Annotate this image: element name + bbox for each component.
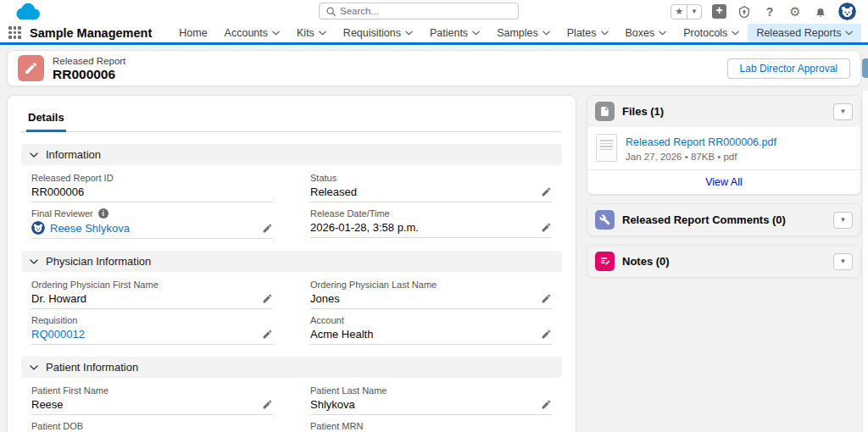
files-panel-title[interactable]: Files (1)	[622, 105, 664, 118]
edit-pencil-icon[interactable]	[541, 186, 552, 197]
field-ordering-physician-first-name: Ordering Physician First Name Dr. Howard	[31, 274, 273, 309]
chevron-down-icon	[732, 30, 739, 36]
comments-panel: Released Report Comments (0) ▼	[587, 203, 861, 236]
chevron-down-icon	[845, 30, 853, 36]
search-input[interactable]	[340, 6, 511, 16]
field-value: Shlykova	[310, 398, 355, 411]
record-header: Released Report RR000006 Lab Director Ap…	[7, 50, 861, 86]
chevron-down-icon	[272, 30, 280, 36]
app-navigation-bar: Sample Management Home Accounts Kits Req…	[0, 23, 868, 45]
edit-pencil-icon[interactable]	[541, 399, 552, 410]
edit-pencil-icon[interactable]	[262, 329, 273, 340]
help-icon[interactable]: ?	[762, 4, 777, 19]
requisition-link[interactable]: RQ000012	[31, 328, 85, 341]
file-icon	[595, 102, 615, 121]
edit-pencil-icon[interactable]	[262, 223, 273, 234]
field-patient-mrn: Patient MRN 171276378	[310, 415, 552, 432]
edit-pencil-icon[interactable]	[541, 222, 552, 233]
file-list-item[interactable]: Released Report RR000006.pdf Jan 27, 202…	[587, 127, 860, 170]
note-icon	[595, 252, 615, 271]
nav-tab-home[interactable]: Home	[170, 24, 215, 42]
field-value: Released	[310, 186, 357, 198]
notes-panel: Notes (0) ▼	[587, 245, 861, 278]
global-header: ★ ▼ + ? ⚙	[0, 0, 868, 23]
field-patient-first-name: Patient First Name Reese	[31, 379, 273, 415]
files-panel: Files (1) ▼ Released Report RR000006.pdf…	[587, 95, 861, 195]
salesforce-logo[interactable]	[12, 2, 42, 22]
favorites-star-icon[interactable]: ★	[671, 6, 687, 17]
nav-tab-released-reports[interactable]: Released Reports	[748, 24, 861, 42]
chevron-down-icon	[30, 152, 38, 158]
nav-tab-requisitions[interactable]: Requisitions	[335, 24, 421, 42]
files-dropdown-button[interactable]: ▼	[833, 103, 853, 120]
search-icon	[326, 7, 336, 16]
section-physician-information[interactable]: Physician Information	[21, 251, 562, 272]
patient-fields: Patient First Name Reese Patient Last Na…	[21, 378, 562, 432]
lab-director-approval-button[interactable]: Lab Director Approval	[727, 58, 850, 79]
favorites-button[interactable]: ★ ▼	[670, 4, 702, 19]
user-avatar[interactable]	[838, 3, 856, 20]
file-name-link[interactable]: Released Report RR000006.pdf	[626, 136, 776, 148]
app-launcher-icon[interactable]	[8, 26, 21, 39]
nav-tab-protocols[interactable]: Protocols	[675, 24, 748, 42]
entity-label: Released Report	[53, 56, 125, 67]
field-value: 2026-01-28, 3:58 p.m.	[310, 221, 419, 234]
field-value: Acme Health	[310, 328, 373, 341]
nav-tabs: Home Accounts Kits Requisitions Patients…	[170, 23, 868, 42]
header-actions: ★ ▼ + ? ⚙	[670, 3, 856, 20]
section-information[interactable]: Information	[21, 144, 562, 165]
details-panel: Details Information Released Report ID R…	[7, 95, 576, 432]
edit-pencil-icon[interactable]	[541, 329, 552, 340]
clipped-action-button[interactable]	[862, 58, 868, 78]
edit-pencil-icon[interactable]	[262, 293, 273, 304]
field-requisition: Requisition RQ000012	[31, 309, 273, 345]
global-search[interactable]	[319, 3, 519, 19]
info-icon[interactable]: i	[98, 208, 108, 219]
field-patient-last-name: Patient Last Name Shlykova	[310, 379, 552, 415]
nav-tab-accounts[interactable]: Accounts	[216, 24, 288, 42]
comments-dropdown-button[interactable]: ▼	[833, 212, 853, 229]
page-content: Released Report RR000006 Lab Director Ap…	[0, 45, 868, 432]
setup-gear-icon[interactable]: ⚙	[787, 4, 803, 19]
scrollbar-track[interactable]	[862, 91, 868, 432]
released-report-entity-icon	[18, 55, 44, 81]
notifications-bell-icon[interactable]	[813, 4, 828, 19]
field-status: Status Released	[310, 167, 552, 202]
guidance-center-icon[interactable]	[737, 4, 752, 19]
nav-tab-plates[interactable]: Plates	[559, 24, 617, 42]
chevron-down-icon	[405, 30, 413, 36]
nav-tab-patients[interactable]: Patients	[421, 24, 488, 42]
field-release-datetime: Release Date/Time 2026-01-28, 3:58 p.m.	[310, 202, 552, 239]
favorites-dropdown-icon[interactable]: ▼	[687, 5, 701, 19]
final-reviewer-link[interactable]: Reese Shlykova	[50, 222, 130, 235]
nav-tab-samples[interactable]: Samples	[488, 24, 559, 42]
related-panels: Files (1) ▼ Released Report RR000006.pdf…	[587, 95, 861, 278]
chevron-down-icon	[659, 30, 666, 36]
chevron-down-icon	[30, 259, 38, 264]
chevron-down-icon	[472, 30, 480, 36]
nav-tab-boxes[interactable]: Boxes	[617, 24, 676, 42]
nav-tab-kits[interactable]: Kits	[288, 24, 335, 42]
reviewer-avatar	[31, 221, 45, 235]
file-thumbnail	[596, 134, 617, 162]
view-all-link[interactable]: View All	[705, 176, 743, 188]
tab-details[interactable]: Details	[26, 104, 66, 132]
field-patient-dob: Patient DOB 2009-01-13	[31, 415, 273, 432]
global-actions-icon[interactable]: +	[712, 4, 726, 19]
field-value: Reese	[31, 398, 64, 411]
nav-tab-dashboards[interactable]: Dashboards	[861, 24, 868, 42]
edit-pencil-icon[interactable]	[541, 293, 552, 304]
chevron-down-icon	[319, 30, 326, 36]
edit-pencil-icon[interactable]	[262, 399, 273, 410]
field-value: Jones	[310, 292, 340, 305]
information-fields: Released Report ID RR000006 Status Relea…	[21, 165, 562, 239]
notes-dropdown-button[interactable]: ▼	[833, 253, 853, 270]
field-released-report-id: Released Report ID RR000006	[31, 167, 273, 202]
chevron-down-icon	[601, 30, 609, 36]
field-value: RR000006	[31, 186, 84, 198]
app-name: Sample Management	[30, 26, 152, 40]
record-title: RR000006	[53, 67, 125, 81]
comments-panel-title[interactable]: Released Report Comments (0)	[622, 213, 786, 226]
section-patient-information[interactable]: Patient Information	[21, 357, 562, 378]
notes-panel-title[interactable]: Notes (0)	[622, 255, 670, 268]
